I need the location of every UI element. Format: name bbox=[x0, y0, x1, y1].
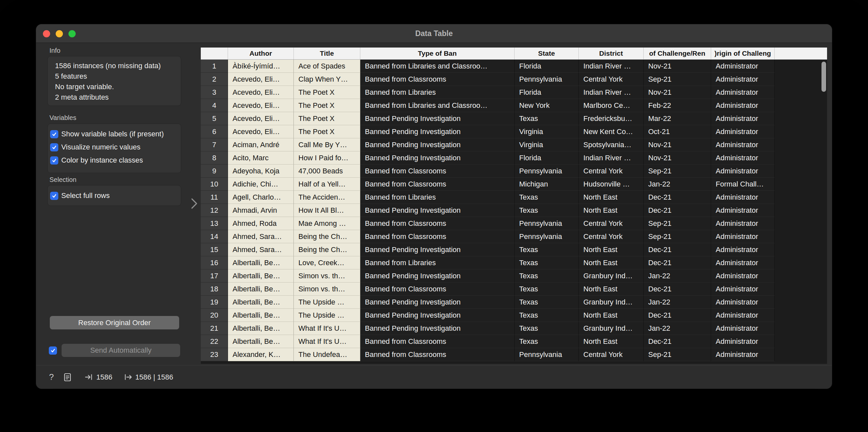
help-icon[interactable]: ? bbox=[48, 372, 55, 382]
cell-title[interactable]: Call Me By Y… bbox=[294, 138, 360, 151]
cell-type_of_ban[interactable]: Banned Pending Investigation bbox=[360, 309, 515, 322]
cell-title[interactable]: Mae Among … bbox=[294, 217, 360, 230]
cell-state[interactable]: Florida bbox=[515, 60, 579, 73]
cell-type_of_ban[interactable]: Banned Pending Investigation bbox=[360, 151, 515, 165]
cell-state[interactable]: Texas bbox=[515, 296, 579, 309]
cell-origin[interactable]: Administrator bbox=[711, 125, 775, 138]
cell-author[interactable]: Aciman, André bbox=[228, 138, 294, 151]
cell-type_of_ban[interactable]: Banned Pending Investigation bbox=[360, 322, 515, 335]
cell-state[interactable]: Virginia bbox=[515, 138, 579, 151]
cell-date[interactable]: Sep-21 bbox=[644, 165, 711, 178]
row-number[interactable]: 5 bbox=[201, 112, 228, 125]
cell-state[interactable]: Pennsylvania bbox=[515, 217, 579, 230]
cell-date[interactable]: Nov-21 bbox=[644, 86, 711, 99]
checkbox[interactable] bbox=[50, 156, 58, 165]
cell-date[interactable]: Mar-22 bbox=[644, 112, 711, 125]
table-row[interactable]: 16Albertalli, Be…Love, Creek…Banned from… bbox=[201, 256, 827, 269]
table-row[interactable]: 23Alexander, K…The Undefea…Banned from C… bbox=[201, 348, 827, 361]
row-number[interactable]: 11 bbox=[201, 191, 228, 204]
report-icon[interactable] bbox=[64, 373, 71, 382]
cell-origin[interactable]: Administrator bbox=[711, 296, 775, 309]
cell-title[interactable]: 47,000 Beads bbox=[294, 165, 360, 178]
table-row[interactable]: 5Acevedo, Eli…The Poet XBanned Pending I… bbox=[201, 112, 827, 125]
cell-origin[interactable]: Administrator bbox=[711, 204, 775, 217]
cell-title[interactable]: Being the Ch… bbox=[294, 230, 360, 243]
cell-district[interactable]: North East bbox=[579, 256, 644, 269]
row-number[interactable]: 7 bbox=[201, 138, 228, 151]
row-number[interactable]: 4 bbox=[201, 99, 228, 112]
checkbox[interactable] bbox=[50, 130, 58, 138]
cell-district[interactable]: Hudsonville … bbox=[579, 178, 644, 191]
cell-district[interactable]: North East bbox=[579, 243, 644, 256]
cell-state[interactable]: Texas bbox=[515, 322, 579, 335]
cell-origin[interactable]: Administrator bbox=[711, 309, 775, 322]
column-header-type_of_ban[interactable]: Type of Ban bbox=[360, 48, 515, 59]
cell-title[interactable]: The Poet X bbox=[294, 125, 360, 138]
cell-origin[interactable]: Administrator bbox=[711, 86, 775, 99]
row-number[interactable]: 12 bbox=[201, 204, 228, 217]
cell-title[interactable]: The Upside … bbox=[294, 296, 360, 309]
cell-title[interactable]: The Poet X bbox=[294, 86, 360, 99]
cell-type_of_ban[interactable]: Banned from Libraries bbox=[360, 256, 515, 269]
cell-state[interactable]: Texas bbox=[515, 309, 579, 322]
cell-date[interactable]: Dec-21 bbox=[644, 191, 711, 204]
cell-district[interactable]: Spotsylvania… bbox=[579, 138, 644, 151]
cell-origin[interactable]: Administrator bbox=[711, 112, 775, 125]
cell-origin[interactable]: Administrator bbox=[711, 269, 775, 283]
cell-author[interactable]: Ahmadi, Arvin bbox=[228, 204, 294, 217]
cell-type_of_ban[interactable]: Banned from Classrooms bbox=[360, 335, 515, 348]
cell-date[interactable]: Sep-21 bbox=[644, 217, 711, 230]
column-header-title[interactable]: Title bbox=[294, 48, 360, 59]
table-row[interactable]: 3Acevedo, Eli…The Poet XBanned from Libr… bbox=[201, 86, 827, 99]
cell-author[interactable]: Ahmed, Sara… bbox=[228, 230, 294, 243]
cell-origin[interactable]: Administrator bbox=[711, 73, 775, 86]
cell-type_of_ban[interactable]: Banned Pending Investigation bbox=[360, 269, 515, 283]
cell-type_of_ban[interactable]: Banned from Classrooms bbox=[360, 348, 515, 361]
variables-checkbox-row[interactable]: Visualize numeric values bbox=[50, 141, 181, 154]
cell-type_of_ban[interactable]: Banned from Classrooms bbox=[360, 178, 515, 191]
table-row[interactable]: 20Albertalli, Be…The Upside …Banned Pend… bbox=[201, 309, 827, 322]
cell-origin[interactable]: Administrator bbox=[711, 256, 775, 269]
table-row[interactable]: 11Agell, Charlo…The Acciden…Banned from … bbox=[201, 191, 827, 204]
cell-type_of_ban[interactable]: Banned Pending Investigation bbox=[360, 125, 515, 138]
scrollbar-thumb[interactable] bbox=[822, 62, 826, 92]
table-row[interactable]: 1Àbíké-Íyímíd…Ace of SpadesBanned from L… bbox=[201, 60, 827, 73]
cell-title[interactable]: How It All Bl… bbox=[294, 204, 360, 217]
cell-title[interactable]: Love, Creek… bbox=[294, 256, 360, 269]
header-corner[interactable] bbox=[201, 48, 228, 59]
cell-district[interactable]: North East bbox=[579, 191, 644, 204]
cell-title[interactable]: Ace of Spades bbox=[294, 60, 360, 73]
cell-type_of_ban[interactable]: Banned Pending Investigation bbox=[360, 112, 515, 125]
column-header-author[interactable]: Author bbox=[228, 48, 294, 59]
cell-origin[interactable]: Administrator bbox=[711, 243, 775, 256]
cell-state[interactable]: Florida bbox=[515, 151, 579, 165]
row-number[interactable]: 13 bbox=[201, 217, 228, 230]
column-header-state[interactable]: State bbox=[515, 48, 579, 59]
cell-author[interactable]: Albertalli, Be… bbox=[228, 322, 294, 335]
cell-state[interactable]: Texas bbox=[515, 335, 579, 348]
row-number[interactable]: 21 bbox=[201, 322, 228, 335]
cell-state[interactable]: Virginia bbox=[515, 125, 579, 138]
row-number[interactable]: 14 bbox=[201, 230, 228, 243]
cell-author[interactable]: Acito, Marc bbox=[228, 151, 294, 165]
cell-state[interactable]: Texas bbox=[515, 283, 579, 296]
cell-district[interactable]: Granbury Ind… bbox=[579, 296, 644, 309]
table-row[interactable]: 17Albertalli, Be…Simon vs. th…Banned Pen… bbox=[201, 269, 827, 283]
cell-title[interactable]: Being the Ch… bbox=[294, 243, 360, 256]
cell-title[interactable]: What If It's U… bbox=[294, 335, 360, 348]
maximize-button[interactable] bbox=[68, 30, 76, 37]
cell-title[interactable]: Simon vs. th… bbox=[294, 283, 360, 296]
row-number[interactable]: 10 bbox=[201, 178, 228, 191]
table-row[interactable]: 2Acevedo, Eli…Clap When Y…Banned from Cl… bbox=[201, 73, 827, 86]
cell-date[interactable]: Sep-21 bbox=[644, 230, 711, 243]
send-automatically-checkbox[interactable] bbox=[49, 346, 57, 355]
cell-title[interactable]: The Upside … bbox=[294, 309, 360, 322]
cell-date[interactable]: Dec-21 bbox=[644, 309, 711, 322]
cell-type_of_ban[interactable]: Banned Pending Investigation bbox=[360, 243, 515, 256]
table-row[interactable]: 13Ahmed, RodaMae Among …Banned from Clas… bbox=[201, 217, 827, 230]
cell-date[interactable]: Dec-21 bbox=[644, 283, 711, 296]
cell-author[interactable]: Albertalli, Be… bbox=[228, 283, 294, 296]
cell-state[interactable]: Texas bbox=[515, 243, 579, 256]
cell-title[interactable]: What If It's U… bbox=[294, 322, 360, 335]
cell-date[interactable]: Nov-21 bbox=[644, 151, 711, 165]
